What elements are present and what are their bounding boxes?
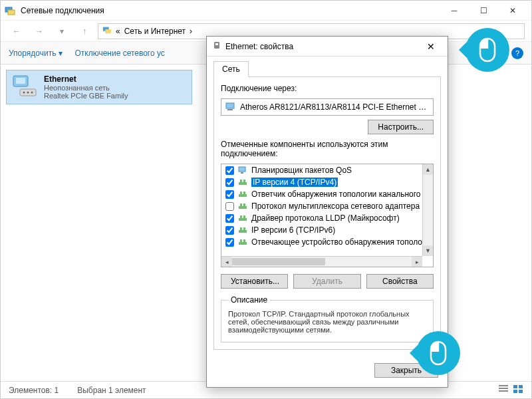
component-label: Драйвер протокола LLDP (Майкрософт) [251, 213, 400, 223]
svg-rect-22 [241, 172, 243, 174]
horizontal-scrollbar[interactable]: ◂ ▸ [221, 256, 422, 267]
vertical-scrollbar[interactable]: ▲ ▼ [422, 164, 433, 256]
svg-rect-16 [519, 390, 523, 393]
svg-rect-30 [240, 203, 242, 206]
component-row[interactable]: Планировщик пакетов QoS [221, 164, 422, 176]
nic-icon [12, 74, 39, 98]
dialog-close-button[interactable]: ✕ [420, 38, 442, 55]
tab-network[interactable]: Сеть [213, 61, 249, 77]
description-group: Описание Протокол TCP/IP. Стандартный пр… [221, 295, 434, 342]
uninstall-button: Удалить [293, 274, 360, 289]
component-row[interactable]: Драйвер протокола LLDP (Майкрософт) [221, 212, 422, 224]
organize-menu[interactable]: Упорядочить ▾ [9, 49, 63, 58]
svg-rect-19 [226, 103, 234, 108]
view-details-icon[interactable] [498, 384, 509, 396]
ethernet-properties-dialog: Ethernet: свойства ✕ Сеть Подключение че… [206, 36, 448, 388]
protocol-icon [238, 190, 247, 198]
titlebar: Сетевые подключения ─ ☐ ✕ [1, 1, 531, 21]
svg-rect-25 [243, 180, 245, 182]
svg-rect-31 [243, 203, 245, 206]
nic-status: Неопознанная сеть [44, 84, 128, 92]
svg-rect-38 [239, 242, 247, 245]
svg-rect-13 [513, 385, 517, 388]
svg-rect-1 [8, 10, 15, 15]
nic-adapter: Realtek PCIe GBE Family [44, 92, 128, 100]
svg-rect-23 [239, 182, 247, 185]
svg-rect-24 [240, 180, 242, 182]
component-label: IP версии 4 (TCP/IPv4) [251, 178, 338, 187]
chevron-down-icon: ▾ [59, 49, 63, 58]
svg-point-7 [23, 92, 25, 94]
component-checkbox[interactable] [225, 190, 234, 199]
components-list: Планировщик пакетов QoSIP версии 4 (TCP/… [221, 164, 434, 267]
nic-item-ethernet[interactable]: Ethernet Неопознанная сеть Realtek PCIe … [6, 70, 192, 104]
svg-rect-40 [243, 239, 245, 242]
svg-rect-15 [513, 390, 517, 393]
breadcrumb-prefix: « [116, 27, 120, 36]
component-row[interactable]: Протокол мультиплексора сетевого адаптер… [221, 200, 422, 212]
svg-rect-28 [243, 192, 245, 194]
help-button[interactable]: ? [511, 47, 523, 59]
maximize-button[interactable]: ☐ [469, 1, 498, 20]
protocol-icon [238, 178, 247, 186]
component-checkbox[interactable] [225, 178, 234, 187]
nic-name: Ethernet [44, 74, 128, 84]
protocol-icon [238, 214, 247, 222]
minimize-button[interactable]: ─ [440, 1, 469, 20]
tab-pane-network: Подключение через: Atheros AR8121/AR8113… [213, 76, 441, 350]
svg-rect-32 [239, 218, 247, 221]
component-checkbox[interactable] [225, 202, 234, 211]
location-icon [102, 25, 112, 37]
breadcrumb-item[interactable]: Сеть и Интернет [124, 27, 186, 36]
svg-rect-21 [239, 167, 245, 172]
nav-back-button[interactable]: ← [7, 23, 26, 39]
component-checkbox[interactable] [225, 238, 234, 247]
components-label: Отмеченные компоненты используются этим … [221, 140, 434, 158]
svg-rect-26 [239, 194, 247, 197]
nav-up-button[interactable]: ↑ [75, 23, 94, 39]
install-button[interactable]: Установить... [221, 274, 288, 289]
svg-rect-5 [16, 78, 25, 84]
svg-rect-27 [240, 192, 242, 194]
svg-rect-37 [243, 227, 245, 230]
scroll-down-icon[interactable]: ▼ [423, 245, 433, 256]
properties-button[interactable]: Свойства [366, 274, 434, 289]
svg-rect-14 [519, 385, 523, 388]
component-label: IP версии 6 (TCP/IPv6) [251, 225, 335, 235]
disable-nic-button[interactable]: Отключение сетевого ус [74, 49, 164, 58]
svg-rect-29 [239, 206, 247, 209]
scroll-left-icon[interactable]: ◂ [221, 257, 232, 267]
svg-rect-34 [243, 215, 245, 218]
component-row[interactable]: IP версии 6 (TCP/IPv6) [221, 224, 422, 236]
component-row[interactable]: IP версии 4 (TCP/IPv4) [221, 176, 422, 188]
configure-button[interactable]: Настроить... [368, 120, 434, 134]
breadcrumb-sep: › [190, 27, 192, 36]
hint-click-close-button [416, 331, 460, 375]
status-selected: Выбран 1 элемент [77, 386, 146, 395]
component-checkbox[interactable] [225, 226, 234, 235]
svg-rect-33 [240, 215, 242, 218]
nav-history-button[interactable]: ▾ [53, 23, 71, 39]
scroll-right-icon[interactable]: ▸ [412, 257, 422, 267]
adapter-icon [225, 102, 236, 113]
adapter-display: Atheros AR8121/AR8113/AR8114 PCI-E Ether… [221, 98, 434, 116]
svg-rect-18 [215, 43, 218, 45]
scroll-thumb[interactable] [232, 258, 325, 265]
svg-rect-20 [227, 109, 233, 110]
dialog-title: Ethernet: свойства [225, 42, 420, 51]
component-row[interactable]: Отвечающее устройство обнаружения тополо… [221, 236, 422, 248]
component-checkbox[interactable] [225, 214, 234, 223]
close-button[interactable]: ✕ [498, 1, 527, 20]
protocol-icon [238, 202, 247, 210]
component-row[interactable]: Ответчик обнаружения топологии канальног… [221, 188, 422, 200]
hint-click-close [466, 28, 509, 72]
nav-forward-button[interactable]: → [30, 23, 49, 39]
nic-text: Ethernet Неопознанная сеть Realtek PCIe … [44, 74, 128, 100]
component-checkbox[interactable] [225, 166, 234, 175]
component-label: Ответчик обнаружения топологии канальног… [251, 190, 434, 199]
monitor-icon [238, 166, 247, 174]
ethernet-icon [212, 41, 221, 52]
view-large-icon[interactable] [513, 384, 523, 396]
adapter-name: Atheros AR8121/AR8113/AR8114 PCI-E Ether… [240, 102, 429, 112]
scroll-up-icon[interactable]: ▲ [423, 164, 433, 175]
